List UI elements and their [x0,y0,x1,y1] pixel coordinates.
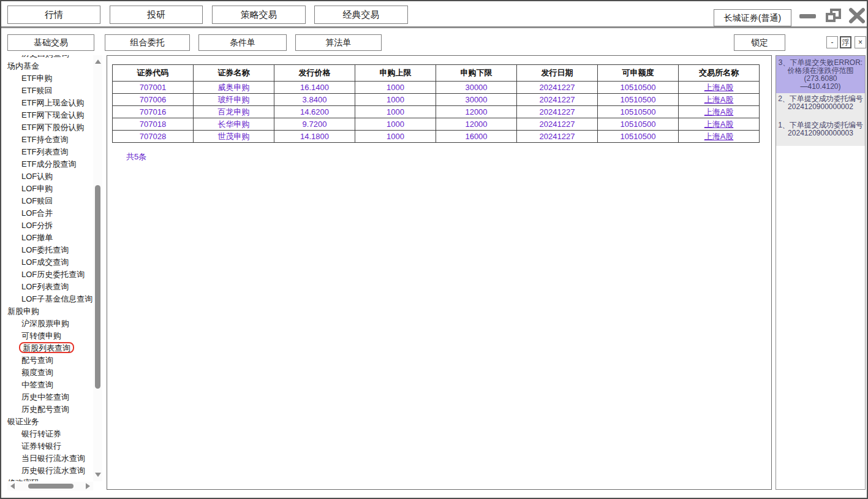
tab-basic-trade[interactable]: 基础交易 [7,34,94,51]
sidebar-item[interactable]: ETF列表查询 [6,146,92,158]
sidebar-item[interactable]: LOF申购 [6,183,92,195]
sidebar-item[interactable]: ETF成分股查询 [6,158,92,170]
scroll-left-icon[interactable] [10,483,15,489]
table-cell: 16.1400 [274,82,355,94]
table-row[interactable]: 707001威奥申购16.140010003000020241227105105… [113,82,760,94]
horizontal-scroll-thumb[interactable] [28,484,74,489]
sidebar-item[interactable]: 历史配号查询 [6,403,92,416]
sidebar-item-selected[interactable]: 新股列表查询 [6,342,92,354]
table-cell: 16000 [436,131,517,143]
sidebar-item[interactable]: ETF网下股份认购 [6,121,92,134]
sidebar-vertical-scrollbar[interactable] [93,55,102,481]
nav-strategy-trade-button[interactable]: 策略交易 [212,6,306,24]
column-header[interactable]: 交易所名称 [679,65,760,82]
column-header[interactable]: 发行日期 [517,65,598,82]
sidebar-item[interactable]: 沪深股票申购 [6,318,92,330]
sidebar-item[interactable]: 场内基金 [6,60,92,72]
column-header[interactable]: 申购上限 [355,65,436,82]
sidebar-item-label: LOF分拆 [21,221,53,230]
lock-button[interactable]: 锁定 [734,34,785,51]
sidebar-item[interactable]: ETF申购 [6,72,92,85]
table-row[interactable]: 707028世茂申购14.180010001600020241227105105… [113,131,760,143]
sidebar-horizontal-scrollbar[interactable] [7,482,93,490]
sidebar-item[interactable]: 配号查询 [6,354,92,367]
sidebar-item-label: 银行转证券 [21,429,61,438]
sidebar-item-label: 可转债申购 [21,331,61,340]
table-cell: 14.6200 [274,106,355,118]
sidebar-item[interactable]: 中签查询 [6,379,92,391]
sidebar-item[interactable]: 证券转银行 [6,440,92,452]
table-cell: 1000 [355,106,436,118]
sidebar-item[interactable]: 当日银行流水查询 [6,452,92,465]
message-line: 2024120900000002 [777,103,864,111]
sidebar-item[interactable]: LOF列表查询 [6,281,92,293]
sidebar-item[interactable]: 银证业务 [6,416,92,428]
sidebar-item[interactable]: 额度查询 [6,367,92,379]
nav-market-button[interactable]: 行情 [7,6,100,24]
new-stock-table: 证券代码证券名称发行价格申购上限申购下限发行日期可申额度交易所名称 707001… [112,64,760,143]
tab-condition-order[interactable]: 条件单 [198,34,287,51]
nav-research-button[interactable]: 投研 [110,6,203,24]
sidebar-item[interactable]: LOF合并 [6,207,92,219]
table-cell: 20241227 [517,106,598,118]
column-header[interactable]: 证券代码 [113,65,194,82]
sidebar-item[interactable]: 可转债申购 [6,330,92,342]
sidebar-item[interactable]: LOF认购 [6,170,92,183]
panel-minimize-button[interactable]: - [826,36,838,48]
table-cell: 1000 [355,94,436,106]
table-row[interactable]: 707018长华申购9.7200100012000202412271051050… [113,118,760,131]
sidebar-item-label: ETF网上现金认购 [21,98,85,107]
vertical-scroll-thumb[interactable] [95,185,100,389]
exchange-link[interactable]: 上海A股 [679,118,760,131]
minimize-icon[interactable] [799,14,816,18]
tab-algo-order[interactable]: 算法单 [295,34,382,51]
column-header[interactable]: 可申额度 [598,65,679,82]
close-icon[interactable] [848,7,866,26]
exchange-link[interactable]: 上海A股 [679,131,760,143]
exchange-link[interactable]: 上海A股 [679,94,760,106]
sidebar-item[interactable]: LOF历史委托查询 [6,269,92,281]
new-stock-list-panel: 证券代码证券名称发行价格申购上限申购下限发行日期可申额度交易所名称 707001… [107,55,772,490]
restore-icon[interactable] [825,8,842,26]
sidebar-item[interactable]: LOF子基金信息查询 [6,293,92,305]
column-header[interactable]: 申购下限 [436,65,517,82]
tab-portfolio-order[interactable]: 组合委托 [105,34,190,51]
table-cell: 长华申购 [194,118,274,131]
panel-close-button[interactable]: × [855,36,866,48]
table-row[interactable]: 707016百龙申购14.620010001200020241227105105… [113,106,760,118]
scroll-up-icon[interactable] [95,59,101,64]
table-cell: 1000 [355,131,436,143]
panel-float-button[interactable]: 浮 [840,36,851,48]
table-row[interactable]: 707006玻纤申购3.8400100030000202412271051050… [113,94,760,106]
exchange-link[interactable]: 上海A股 [679,82,760,94]
sidebar-item[interactable]: LOF分拆 [6,219,92,232]
sidebar-item[interactable]: ETF赎回 [6,85,92,97]
sidebar-item[interactable]: LOF赎回 [6,195,92,207]
sidebar-item[interactable]: 银行转证券 [6,428,92,440]
top-bar: 行情 投研 策略交易 经典交易 长城证券(普通) [1,1,867,28]
table-cell: 20241227 [517,94,598,106]
sidebar-item[interactable]: ETF网下现金认购 [6,109,92,121]
sidebar-item-label: 中签查询 [21,380,53,389]
sidebar-item-label: 配号查询 [21,356,53,365]
sidebar-item[interactable]: 历史中签查询 [6,391,92,403]
sidebar-item[interactable]: ETF网上现金认购 [6,97,92,109]
scroll-down-icon[interactable] [95,473,101,477]
exchange-link[interactable]: 上海A股 [679,106,760,118]
table-cell: 10510500 [598,94,679,106]
scroll-right-icon[interactable] [86,483,90,489]
nav-classic-trade-button[interactable]: 经典交易 [314,6,408,24]
sidebar-item[interactable]: 历史银行流水查询 [6,465,92,477]
sidebar-item[interactable]: 修改密码 [6,477,92,481]
sidebar-item[interactable]: 历史回购查询 [6,55,92,60]
order-message: 3、下单提交失败ERROR:价格须在涨跌停范围(273.6080—410.412… [776,56,865,93]
column-header[interactable]: 发行价格 [274,65,355,82]
sidebar-item[interactable]: ETF持仓查询 [6,134,92,146]
table-cell: 10510500 [598,131,679,143]
account-button[interactable]: 长城证券(普通) [714,9,791,26]
sidebar-item[interactable]: LOF委托查询 [6,244,92,256]
sidebar-item[interactable]: LOF成交查询 [6,256,92,269]
sidebar-item[interactable]: LOF撤单 [6,232,92,244]
column-header[interactable]: 证券名称 [194,65,274,82]
sidebar-item[interactable]: 新股申购 [6,305,92,318]
